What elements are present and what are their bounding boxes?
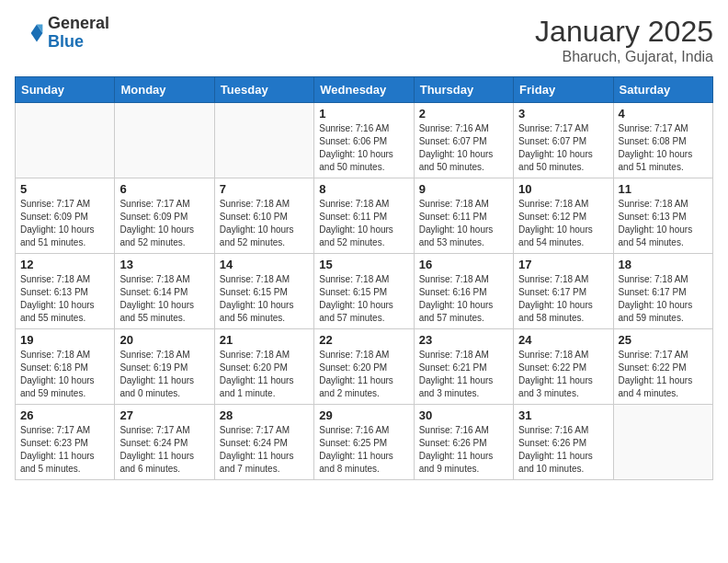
day-number: 6 bbox=[119, 182, 209, 196]
day-number: 10 bbox=[518, 182, 608, 196]
day-number: 23 bbox=[419, 333, 508, 347]
day-number: 13 bbox=[119, 258, 209, 271]
calendar-cell bbox=[16, 103, 115, 178]
day-number: 3 bbox=[518, 107, 608, 121]
day-info: Sunrise: 7:18 AM Sunset: 6:20 PM Dayligh… bbox=[319, 349, 408, 400]
day-info: Sunrise: 7:18 AM Sunset: 6:17 PM Dayligh… bbox=[518, 273, 608, 325]
calendar-cell bbox=[214, 103, 313, 178]
day-number: 20 bbox=[119, 333, 209, 347]
day-number: 15 bbox=[319, 258, 408, 271]
calendar-cell: 16Sunrise: 7:18 AM Sunset: 6:16 PM Dayli… bbox=[414, 254, 513, 329]
calendar-week-row: 12Sunrise: 7:18 AM Sunset: 6:13 PM Dayli… bbox=[16, 254, 713, 329]
day-info: Sunrise: 7:16 AM Sunset: 6:25 PM Dayligh… bbox=[319, 424, 408, 476]
day-info: Sunrise: 7:18 AM Sunset: 6:11 PM Dayligh… bbox=[419, 198, 508, 249]
day-number: 2 bbox=[419, 107, 508, 121]
day-number: 27 bbox=[119, 408, 209, 422]
day-info: Sunrise: 7:18 AM Sunset: 6:18 PM Dayligh… bbox=[20, 349, 109, 400]
day-info: Sunrise: 7:18 AM Sunset: 6:19 PM Dayligh… bbox=[119, 349, 209, 400]
logo-text: General Blue bbox=[48, 15, 109, 52]
logo: General Blue bbox=[15, 15, 109, 52]
day-number: 29 bbox=[319, 408, 408, 422]
day-info: Sunrise: 7:18 AM Sunset: 6:10 PM Dayligh… bbox=[220, 198, 309, 249]
weekday-header: Wednesday bbox=[314, 77, 414, 103]
day-number: 17 bbox=[518, 258, 608, 271]
calendar-cell: 31Sunrise: 7:16 AM Sunset: 6:26 PM Dayli… bbox=[514, 405, 613, 480]
calendar-cell: 30Sunrise: 7:16 AM Sunset: 6:26 PM Dayli… bbox=[414, 405, 513, 480]
location: Bharuch, Gujarat, India bbox=[535, 49, 713, 65]
calendar-cell: 11Sunrise: 7:18 AM Sunset: 6:13 PM Dayli… bbox=[613, 178, 712, 254]
calendar-week-row: 19Sunrise: 7:18 AM Sunset: 6:18 PM Dayli… bbox=[16, 329, 713, 405]
calendar-cell: 22Sunrise: 7:18 AM Sunset: 6:20 PM Dayli… bbox=[314, 329, 414, 405]
calendar-cell: 3Sunrise: 7:17 AM Sunset: 6:07 PM Daylig… bbox=[514, 103, 613, 178]
day-info: Sunrise: 7:18 AM Sunset: 6:20 PM Dayligh… bbox=[220, 349, 309, 400]
day-number: 16 bbox=[419, 258, 508, 271]
day-number: 5 bbox=[20, 182, 109, 196]
calendar-cell: 28Sunrise: 7:17 AM Sunset: 6:24 PM Dayli… bbox=[214, 405, 313, 480]
day-number: 24 bbox=[518, 333, 608, 347]
calendar-cell: 18Sunrise: 7:18 AM Sunset: 6:17 PM Dayli… bbox=[613, 254, 712, 329]
day-number: 22 bbox=[319, 333, 408, 347]
calendar-cell: 9Sunrise: 7:18 AM Sunset: 6:11 PM Daylig… bbox=[414, 178, 513, 254]
calendar-week-row: 26Sunrise: 7:17 AM Sunset: 6:23 PM Dayli… bbox=[16, 405, 713, 480]
day-info: Sunrise: 7:17 AM Sunset: 6:09 PM Dayligh… bbox=[20, 198, 109, 249]
day-number: 25 bbox=[619, 333, 708, 347]
month-year: January 2025 bbox=[535, 15, 713, 49]
logo-icon bbox=[15, 18, 44, 48]
calendar-cell: 8Sunrise: 7:18 AM Sunset: 6:11 PM Daylig… bbox=[314, 178, 414, 254]
logo-blue: Blue bbox=[48, 33, 109, 52]
day-number: 18 bbox=[619, 258, 708, 271]
day-number: 1 bbox=[319, 107, 408, 121]
day-info: Sunrise: 7:17 AM Sunset: 6:07 PM Dayligh… bbox=[518, 122, 608, 174]
calendar-cell: 27Sunrise: 7:17 AM Sunset: 6:24 PM Dayli… bbox=[115, 405, 214, 480]
calendar-cell: 1Sunrise: 7:16 AM Sunset: 6:06 PM Daylig… bbox=[314, 103, 414, 178]
calendar-cell: 6Sunrise: 7:17 AM Sunset: 6:09 PM Daylig… bbox=[115, 178, 214, 254]
day-info: Sunrise: 7:18 AM Sunset: 6:21 PM Dayligh… bbox=[419, 349, 508, 400]
day-number: 30 bbox=[419, 408, 508, 422]
day-number: 11 bbox=[619, 182, 708, 196]
day-info: Sunrise: 7:18 AM Sunset: 6:15 PM Dayligh… bbox=[220, 273, 309, 325]
calendar-week-row: 1Sunrise: 7:16 AM Sunset: 6:06 PM Daylig… bbox=[16, 103, 713, 178]
day-number: 12 bbox=[20, 258, 109, 271]
day-info: Sunrise: 7:17 AM Sunset: 6:08 PM Dayligh… bbox=[619, 122, 708, 174]
calendar-week-row: 5Sunrise: 7:17 AM Sunset: 6:09 PM Daylig… bbox=[16, 178, 713, 254]
day-info: Sunrise: 7:18 AM Sunset: 6:11 PM Dayligh… bbox=[319, 198, 408, 249]
weekday-header: Tuesday bbox=[214, 77, 313, 103]
calendar-cell: 29Sunrise: 7:16 AM Sunset: 6:25 PM Dayli… bbox=[314, 405, 414, 480]
day-info: Sunrise: 7:18 AM Sunset: 6:15 PM Dayligh… bbox=[319, 273, 408, 325]
calendar-cell: 10Sunrise: 7:18 AM Sunset: 6:12 PM Dayli… bbox=[514, 178, 613, 254]
weekday-header: Monday bbox=[115, 77, 214, 103]
day-info: Sunrise: 7:18 AM Sunset: 6:13 PM Dayligh… bbox=[20, 273, 109, 325]
calendar-cell: 15Sunrise: 7:18 AM Sunset: 6:15 PM Dayli… bbox=[314, 254, 414, 329]
calendar-cell: 12Sunrise: 7:18 AM Sunset: 6:13 PM Dayli… bbox=[16, 254, 115, 329]
day-number: 19 bbox=[20, 333, 109, 347]
weekday-header: Friday bbox=[514, 77, 613, 103]
day-info: Sunrise: 7:16 AM Sunset: 6:06 PM Dayligh… bbox=[319, 122, 408, 174]
day-info: Sunrise: 7:17 AM Sunset: 6:24 PM Dayligh… bbox=[220, 424, 309, 476]
calendar-cell: 24Sunrise: 7:18 AM Sunset: 6:22 PM Dayli… bbox=[514, 329, 613, 405]
calendar-cell bbox=[115, 103, 214, 178]
day-number: 26 bbox=[20, 408, 109, 422]
day-info: Sunrise: 7:17 AM Sunset: 6:09 PM Dayligh… bbox=[119, 198, 209, 249]
day-info: Sunrise: 7:17 AM Sunset: 6:23 PM Dayligh… bbox=[20, 424, 109, 476]
calendar-cell: 2Sunrise: 7:16 AM Sunset: 6:07 PM Daylig… bbox=[414, 103, 513, 178]
page-header: General Blue January 2025 Bharuch, Gujar… bbox=[15, 15, 713, 65]
weekday-header: Saturday bbox=[613, 77, 712, 103]
calendar-cell: 4Sunrise: 7:17 AM Sunset: 6:08 PM Daylig… bbox=[613, 103, 712, 178]
day-number: 21 bbox=[220, 333, 309, 347]
day-info: Sunrise: 7:17 AM Sunset: 6:22 PM Dayligh… bbox=[619, 349, 708, 400]
weekday-header-row: SundayMondayTuesdayWednesdayThursdayFrid… bbox=[16, 77, 713, 103]
day-number: 7 bbox=[220, 182, 309, 196]
calendar-cell bbox=[613, 405, 712, 480]
day-info: Sunrise: 7:18 AM Sunset: 6:16 PM Dayligh… bbox=[419, 273, 508, 325]
weekday-header: Thursday bbox=[414, 77, 513, 103]
day-info: Sunrise: 7:16 AM Sunset: 6:26 PM Dayligh… bbox=[518, 424, 608, 476]
day-info: Sunrise: 7:16 AM Sunset: 6:26 PM Dayligh… bbox=[419, 424, 508, 476]
calendar-cell: 19Sunrise: 7:18 AM Sunset: 6:18 PM Dayli… bbox=[16, 329, 115, 405]
day-info: Sunrise: 7:18 AM Sunset: 6:17 PM Dayligh… bbox=[619, 273, 708, 325]
calendar-cell: 14Sunrise: 7:18 AM Sunset: 6:15 PM Dayli… bbox=[214, 254, 313, 329]
day-number: 8 bbox=[319, 182, 408, 196]
calendar-cell: 5Sunrise: 7:17 AM Sunset: 6:09 PM Daylig… bbox=[16, 178, 115, 254]
day-info: Sunrise: 7:18 AM Sunset: 6:13 PM Dayligh… bbox=[619, 198, 708, 249]
calendar-cell: 17Sunrise: 7:18 AM Sunset: 6:17 PM Dayli… bbox=[514, 254, 613, 329]
calendar-cell: 25Sunrise: 7:17 AM Sunset: 6:22 PM Dayli… bbox=[613, 329, 712, 405]
